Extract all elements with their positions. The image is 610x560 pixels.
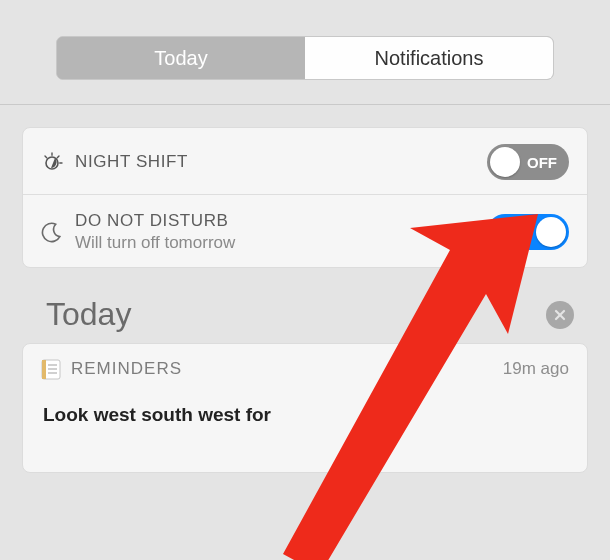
toggle-knob <box>536 217 566 247</box>
night-shift-row: NIGHT SHIFT OFF <box>23 128 587 194</box>
dnd-state: ON <box>499 224 522 241</box>
dnd-toggle[interactable]: ON <box>487 214 569 250</box>
reminders-header: REMINDERS 19m ago <box>41 358 569 380</box>
svg-rect-8 <box>42 360 46 379</box>
reminders-widget: REMINDERS 19m ago Look west south west f… <box>22 343 588 473</box>
night-shift-state: OFF <box>527 154 557 171</box>
reminders-label: REMINDERS <box>71 359 503 379</box>
night-shift-toggle[interactable]: OFF <box>487 144 569 180</box>
tab-bar: Today Notifications <box>0 0 610 105</box>
tab-notifications-label: Notifications <box>375 47 484 70</box>
svg-line-2 <box>57 156 59 158</box>
tab-today[interactable]: Today <box>57 37 305 79</box>
svg-line-4 <box>45 156 47 158</box>
toggle-knob <box>490 147 520 177</box>
reminder-item: Look west south west for <box>41 404 569 426</box>
close-button[interactable] <box>546 301 574 329</box>
night-shift-texts: NIGHT SHIFT <box>75 152 487 172</box>
section-heading: Today <box>46 296 546 333</box>
dnd-title: DO NOT DISTURB <box>75 211 487 231</box>
segmented-control: Today Notifications <box>56 36 554 80</box>
quick-settings-card: NIGHT SHIFT OFF DO NOT DISTURB Will turn… <box>22 127 588 268</box>
reminders-icon <box>41 358 71 380</box>
reminders-time: 19m ago <box>503 359 569 379</box>
section-header: Today <box>46 296 588 333</box>
dnd-subtitle: Will turn off tomorrow <box>75 233 487 253</box>
close-icon <box>554 309 566 321</box>
night-shift-title: NIGHT SHIFT <box>75 152 487 172</box>
dnd-row: DO NOT DISTURB Will turn off tomorrow ON <box>23 194 587 267</box>
moon-icon <box>41 221 75 243</box>
night-shift-icon <box>41 150 75 174</box>
tab-today-label: Today <box>154 47 207 70</box>
tab-notifications[interactable]: Notifications <box>305 37 553 79</box>
dnd-texts: DO NOT DISTURB Will turn off tomorrow <box>75 211 487 253</box>
